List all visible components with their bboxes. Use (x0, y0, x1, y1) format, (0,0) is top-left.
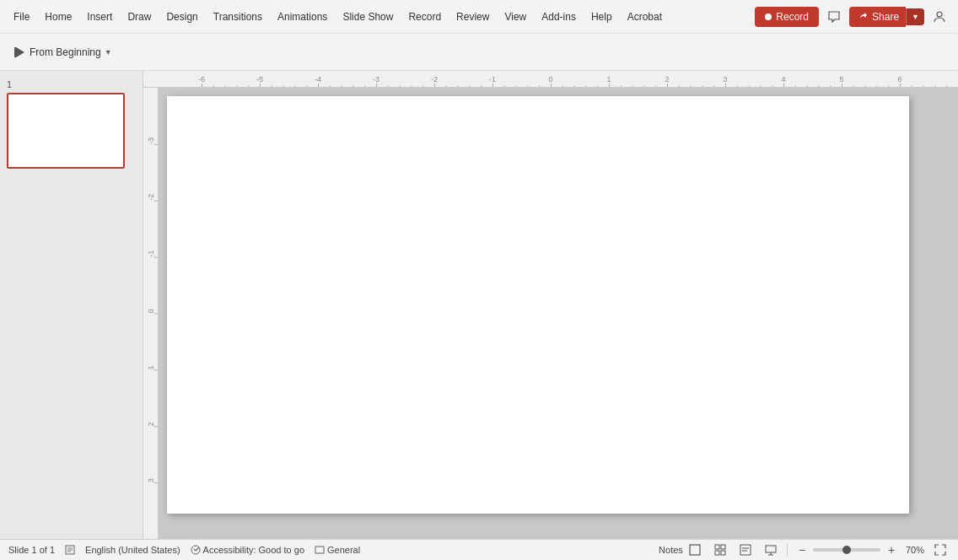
view-general: General (315, 545, 360, 555)
menu-animations[interactable]: Animations (271, 8, 334, 26)
right-toolbar: Record Share ▼ (755, 5, 951, 29)
menu-design[interactable]: Design (159, 8, 204, 26)
record-button-label: Record (776, 11, 809, 23)
general-icon (315, 545, 325, 555)
play-icon (14, 46, 26, 58)
from-beginning-button[interactable]: From Beginning ▼ (7, 42, 120, 62)
slide-sorter-button[interactable] (711, 541, 729, 558)
share-icon (858, 12, 868, 22)
menu-home[interactable]: Home (38, 8, 78, 26)
svg-rect-10 (690, 545, 700, 555)
ruler-left (143, 88, 159, 539)
slide-canvas[interactable] (167, 96, 909, 514)
comments-button[interactable] (822, 5, 846, 29)
menu-view[interactable]: View (498, 8, 533, 26)
svg-rect-13 (715, 551, 719, 555)
record-button[interactable]: Record (755, 7, 819, 27)
reading-view-button[interactable] (736, 541, 755, 558)
svg-rect-11 (715, 545, 719, 549)
menu-addins[interactable]: Add-ins (535, 8, 583, 26)
svg-rect-2 (14, 47, 16, 57)
zoom-percent: 70% (906, 545, 924, 555)
zoom-out-button[interactable]: − (794, 541, 810, 558)
menu-draw[interactable]: Draw (121, 8, 158, 26)
status-left: Slide 1 of 1 English (United States) Acc… (8, 545, 360, 555)
menu-bar: File Home Insert Draw Design Transitions… (0, 0, 958, 34)
main-area: 1 (0, 71, 958, 539)
svg-rect-15 (740, 545, 751, 555)
slide-panel: 1 (0, 71, 143, 539)
menu-slideshow[interactable]: Slide Show (336, 8, 400, 26)
accessibility-icon (191, 545, 201, 555)
ribbon-container: File Home Insert Draw Design Transitions… (0, 0, 958, 71)
vertical-ruler-canvas (143, 88, 159, 539)
share-dropdown: Share ▼ (849, 7, 924, 27)
menu-help[interactable]: Help (584, 8, 619, 26)
svg-rect-14 (721, 551, 725, 555)
notes-button[interactable]: Notes (660, 541, 679, 558)
chevron-down-icon: ▼ (105, 48, 112, 57)
menu-review[interactable]: Review (449, 8, 496, 26)
record-dot-icon (765, 13, 772, 20)
normal-view-button[interactable] (686, 541, 704, 558)
from-beginning-label: From Beginning (30, 46, 101, 58)
share-button[interactable]: Share (849, 7, 906, 27)
zoom-control: − + (794, 541, 899, 558)
status-right: Notes (660, 541, 950, 558)
slide-thumbnail[interactable] (7, 93, 125, 169)
zoom-slider-thumb[interactable] (842, 546, 851, 554)
menu-transitions[interactable]: Transitions (207, 8, 269, 26)
comment-icon (827, 10, 841, 24)
menu-acrobat[interactable]: Acrobat (621, 8, 669, 26)
zoom-in-button[interactable]: + (884, 541, 899, 558)
menu-file[interactable]: File (7, 8, 36, 26)
svg-point-0 (937, 12, 942, 17)
menu-record[interactable]: Record (401, 8, 448, 26)
slide-sorter-icon (714, 544, 726, 556)
svg-point-7 (191, 546, 200, 554)
slide-info: Slide 1 of 1 (8, 545, 55, 555)
svg-rect-18 (766, 546, 776, 552)
svg-rect-8 (315, 547, 324, 553)
user-icon (933, 10, 946, 24)
user-button[interactable] (928, 5, 951, 29)
notes-page-icon (65, 545, 75, 555)
ruler-top (143, 71, 958, 88)
slide-canvas-area[interactable] (159, 88, 958, 539)
notes-label: Notes (659, 545, 683, 555)
separator (787, 543, 788, 557)
share-dropdown-arrow[interactable]: ▼ (906, 8, 924, 25)
svg-rect-12 (721, 545, 725, 549)
reading-view-icon (740, 544, 751, 556)
accessibility-status: Accessibility: Good to go (191, 545, 304, 555)
toolbar: From Beginning ▼ (0, 34, 958, 71)
horizontal-ruler-canvas (143, 71, 958, 88)
workspace (143, 88, 958, 539)
svg-marker-1 (16, 47, 24, 57)
fit-window-icon (934, 544, 946, 556)
presenter-view-icon (765, 544, 777, 556)
fit-to-window-button[interactable] (931, 541, 950, 558)
share-button-label: Share (872, 11, 899, 23)
notes-toggle-icon (65, 545, 75, 555)
status-bar: Slide 1 of 1 English (United States) Acc… (0, 539, 958, 560)
content-area (143, 71, 958, 539)
menu-insert[interactable]: Insert (80, 8, 119, 26)
slide-number: 1 (7, 79, 136, 89)
normal-view-icon (689, 544, 701, 556)
language: English (United States) (85, 545, 180, 555)
presenter-view-button[interactable] (762, 541, 780, 558)
zoom-slider[interactable] (813, 548, 880, 552)
